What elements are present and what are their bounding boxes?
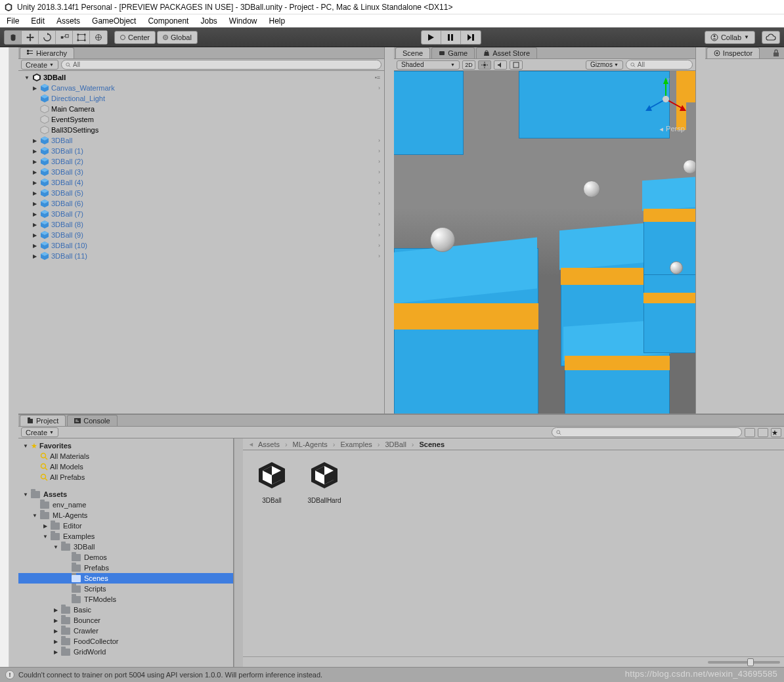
expand-arrow-icon[interactable] (32, 138, 38, 144)
shading-dropdown[interactable]: Shaded▼ (397, 60, 460, 70)
hierarchy-item[interactable]: 3DBall (8)› (18, 219, 384, 230)
expand-arrow-icon[interactable] (53, 607, 59, 613)
cloud-button[interactable] (762, 31, 780, 44)
tab-game[interactable]: Game (431, 47, 475, 58)
play-button[interactable] (422, 31, 441, 44)
project-tree-item[interactable]: Crawler (18, 626, 233, 636)
filter-by-type-button[interactable] (745, 428, 755, 437)
expand-arrow-icon[interactable] (32, 211, 38, 217)
hierarchy-item[interactable]: 3DBall (1)› (18, 146, 384, 156)
scene-asset-3dball[interactable]: 3DBall (250, 457, 294, 504)
options-icon[interactable]: ▪≡ (375, 74, 380, 81)
menu-help[interactable]: Help (269, 16, 286, 26)
project-tree-item[interactable]: Basic (18, 605, 233, 615)
fx-toggle[interactable] (510, 60, 523, 70)
project-create-dropdown[interactable]: Create▼ (21, 427, 58, 437)
expand-arrow-icon[interactable] (24, 75, 30, 81)
pivot-global-toggle[interactable]: Global (157, 31, 198, 44)
expand-arrow-icon[interactable] (53, 628, 59, 634)
menu-assets[interactable]: Assets (56, 16, 80, 26)
expand-arrow-icon[interactable] (32, 180, 38, 186)
favorites-header[interactable]: ★Favorites (18, 440, 233, 451)
hierarchy-item[interactable]: 3DBall (11)› (18, 251, 384, 261)
expand-arrow-icon[interactable] (32, 85, 38, 91)
crumb-mlagents[interactable]: ML-Agents (293, 440, 328, 448)
pause-button[interactable] (441, 31, 461, 44)
expand-arrow-icon[interactable] (42, 534, 49, 540)
2d-toggle[interactable]: 2D (462, 60, 475, 70)
project-tree-item[interactable]: Bouncer (18, 615, 233, 626)
tab-project[interactable]: Project (20, 415, 66, 426)
crumb-examples[interactable]: Examples (340, 440, 372, 448)
project-tree-item[interactable]: FoodCollector (18, 636, 233, 647)
project-tree-item[interactable]: Editor (18, 521, 233, 531)
expand-arrow-icon[interactable] (53, 649, 59, 655)
hierarchy-item[interactable]: Directional_Light (18, 93, 384, 104)
tab-console[interactable]: Console (67, 415, 117, 426)
expand-arrow-icon[interactable] (32, 201, 38, 207)
crumb-scenes[interactable]: Scenes (420, 440, 445, 448)
save-search-button[interactable]: ★ (771, 428, 781, 437)
tab-inspector[interactable]: Inspector (707, 47, 760, 58)
hierarchy-item[interactable]: 3DBall (4)› (18, 177, 384, 188)
project-search[interactable] (552, 427, 742, 437)
scale-tool[interactable] (56, 31, 73, 44)
hierarchy-create-dropdown[interactable]: Create▼ (21, 60, 58, 70)
tab-scene[interactable]: Scene (395, 47, 430, 58)
hierarchy-item[interactable]: 3DBall (5)› (18, 188, 384, 198)
audio-toggle[interactable] (494, 60, 507, 70)
orientation-gizmo[interactable]: y (643, 76, 689, 122)
project-tree-item[interactable]: Scripts (18, 584, 233, 594)
step-button[interactable] (461, 31, 481, 44)
project-tree-item[interactable]: Examples (18, 531, 233, 542)
hierarchy-scene-root[interactable]: 3DBall ▪≡ (18, 72, 384, 83)
expand-arrow-icon[interactable] (32, 222, 38, 228)
hierarchy-item[interactable]: EventSystem (18, 114, 384, 125)
lock-icon[interactable] (772, 49, 780, 57)
hierarchy-item[interactable]: 3DBall (3)› (18, 167, 384, 177)
slider-thumb[interactable] (747, 658, 754, 666)
project-tree-item[interactable]: env_name (18, 500, 233, 510)
hierarchy-item[interactable]: 3DBall (9)› (18, 230, 384, 240)
project-tree-item[interactable]: Prefabs (18, 563, 233, 573)
menu-file[interactable]: File (7, 16, 19, 26)
transform-tool[interactable] (90, 31, 107, 44)
expand-arrow-icon[interactable] (53, 639, 59, 645)
rect-tool[interactable] (73, 31, 90, 44)
hand-tool[interactable] (5, 31, 22, 44)
project-tree-item[interactable]: ML-Agents (18, 510, 233, 521)
hierarchy-item[interactable]: 3DBall (7)› (18, 209, 384, 219)
crumb-assets[interactable]: Assets (258, 440, 280, 448)
breadcrumb-back-icon[interactable]: ◄ (248, 441, 254, 448)
hierarchy-search[interactable]: All (61, 60, 381, 70)
expand-arrow-icon[interactable] (22, 443, 29, 449)
scene-asset-3dballhard[interactable]: 3DBallHard (302, 457, 347, 504)
expand-arrow-icon[interactable] (42, 523, 49, 529)
scene-viewport[interactable]: y Persp (394, 71, 695, 414)
expand-arrow-icon[interactable] (32, 253, 38, 259)
menu-jobs[interactable]: Jobs (200, 16, 217, 26)
hierarchy-item[interactable]: 3DBall (6)› (18, 198, 384, 209)
crumb-3dball[interactable]: 3DBall (385, 440, 406, 448)
project-tree-item[interactable]: Demos (18, 552, 233, 563)
tab-hierarchy[interactable]: Hierarchy (20, 47, 74, 58)
favorite-item[interactable]: All Models (18, 461, 233, 472)
expand-arrow-icon[interactable] (32, 243, 38, 249)
grid-size-slider[interactable] (243, 656, 784, 667)
pivot-center-toggle[interactable]: Center (114, 31, 156, 44)
expand-arrow-icon[interactable] (32, 159, 38, 165)
menu-component[interactable]: Component (148, 16, 188, 26)
hierarchy-item[interactable]: Canvas_Watermark› (18, 83, 384, 93)
favorite-item[interactable]: All Prefabs (18, 472, 233, 482)
favorite-item[interactable]: All Materials (18, 451, 233, 461)
project-tree-item[interactable]: Scenes (18, 573, 233, 584)
hierarchy-item[interactable]: 3DBall› (18, 135, 384, 146)
hierarchy-item[interactable]: Ball3DSettings (18, 125, 384, 135)
project-tree-item[interactable]: GridWorld (18, 647, 233, 657)
gizmos-dropdown[interactable]: Gizmos▼ (586, 60, 623, 70)
scene-search[interactable]: All (626, 60, 693, 70)
project-tree-item[interactable]: 3DBall (18, 542, 233, 552)
expand-arrow-icon[interactable] (32, 169, 38, 175)
menu-edit[interactable]: Edit (31, 16, 45, 26)
hierarchy-item[interactable]: 3DBall (2)› (18, 156, 384, 167)
